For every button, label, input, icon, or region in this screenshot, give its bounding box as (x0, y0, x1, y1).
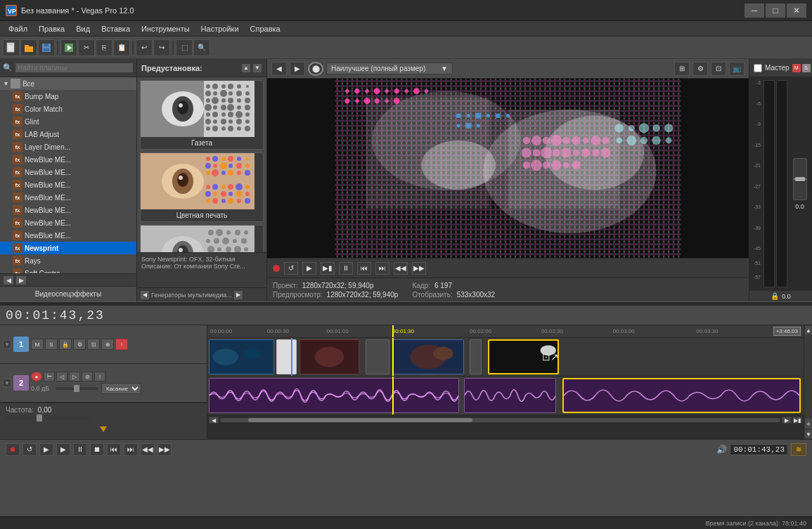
track2-type-select[interactable]: Касание (101, 383, 141, 394)
video-clip-1[interactable] (209, 339, 274, 374)
menu-insert[interactable]: Вставка (96, 23, 136, 34)
frame-fwd[interactable]: ⏭ (375, 262, 389, 275)
scroll-right-btn[interactable]: ▶ (782, 417, 792, 424)
transport-stop[interactable]: ⏹ (90, 443, 104, 456)
track2-vol-l[interactable]: ◁ (56, 372, 67, 381)
rewind-btn[interactable]: ◀◀ (394, 262, 408, 275)
tree-item-2[interactable]: fx Glint (0, 115, 136, 128)
menu-view[interactable]: Вид (70, 23, 96, 34)
audio-clip-3[interactable] (562, 378, 801, 413)
play-btn[interactable]: ▶ (302, 262, 316, 275)
maximize-button[interactable]: □ (766, 4, 785, 18)
video-clip-5[interactable] (392, 339, 464, 374)
frequency-slider[interactable] (6, 417, 90, 419)
preset-next[interactable]: ▶ (233, 290, 243, 300)
transport-next[interactable]: ⏭ (124, 443, 138, 456)
open-btn[interactable] (20, 39, 37, 56)
preset-item-2[interactable]: Офсетная печать (140, 225, 264, 252)
menu-settings[interactable]: Настройки (195, 23, 245, 34)
transport-rwd[interactable]: ◀◀ (141, 443, 155, 456)
minimize-button[interactable]: ─ (745, 4, 764, 18)
scroll-end-btn[interactable]: ▶▮ (792, 417, 802, 424)
tree-item-9[interactable]: fx NewBlue ME... (0, 204, 136, 216)
preview-split[interactable]: ⊡ (711, 62, 726, 76)
cut-btn[interactable]: ✂ (78, 39, 95, 56)
preview-toggle[interactable]: ⬤ (308, 62, 323, 76)
track2-mono[interactable]: ⊢ (44, 372, 55, 381)
preview-grid-btn[interactable]: ⊞ (674, 62, 690, 76)
preset-scroll-up[interactable]: ▲ (241, 63, 251, 73)
video-clip-2[interactable] (276, 339, 297, 374)
track1-settings[interactable]: ⚙ (73, 339, 86, 350)
transport-prev[interactable]: ⏮ (107, 443, 121, 456)
audio-clip-2[interactable] (464, 378, 556, 413)
transport-pause[interactable]: ⏸ (73, 443, 87, 456)
preview-forward[interactable]: ▶ (290, 62, 305, 76)
timeline-add-track[interactable]: + (804, 418, 812, 429)
loop-btn[interactable]: ↺ (284, 262, 298, 275)
tree-item-7[interactable]: fx NewBlue ME... (0, 178, 136, 191)
quality-selector[interactable]: Наилучшее (полный размер) ▼ (326, 63, 453, 74)
track2-vol-slider[interactable] (56, 387, 98, 390)
paste-btn[interactable]: 📋 (113, 39, 130, 56)
video-clip-4[interactable] (366, 339, 389, 374)
master-enable[interactable] (754, 64, 762, 72)
video-clip-3[interactable] (299, 339, 359, 374)
scroll-down-btn[interactable]: ▼ (804, 429, 812, 439)
preview-back[interactable]: ◀ (271, 62, 287, 76)
track1-extra1[interactable]: ⊡ (87, 339, 100, 350)
effects-tab-label[interactable]: Видеоспецэффекты (0, 286, 136, 301)
scroll-left-btn[interactable]: ◀ (209, 417, 219, 424)
menu-edit[interactable]: Правка (33, 23, 70, 34)
preview-settings[interactable]: ⚙ (692, 62, 708, 76)
audio-clip-1[interactable] (209, 378, 459, 413)
track2-settings[interactable]: ! (94, 372, 105, 381)
tree-item-8[interactable]: fx NewBlue ME... (0, 191, 136, 204)
pause-btn[interactable]: ▶▮ (321, 262, 335, 275)
timeline-right-scroll[interactable]: ▲ + ▼ (804, 325, 812, 439)
new-btn[interactable] (3, 39, 20, 56)
transport-loop[interactable]: ↺ (22, 443, 37, 456)
preset-scroll-down[interactable]: ▼ (252, 63, 262, 73)
track1-lock[interactable]: 🔒 (59, 339, 72, 350)
tree-scroll-right[interactable]: ▶ (15, 275, 27, 285)
tree-item-6[interactable]: fx NewBlue ME... (0, 166, 136, 178)
transport-fwd[interactable]: ▶▶ (157, 443, 172, 456)
frame-back[interactable]: ⏮ (357, 262, 371, 275)
select-btn[interactable]: ⬚ (176, 39, 193, 56)
tree-item-11[interactable]: fx NewBlue ME... (0, 229, 136, 242)
track2-expand[interactable]: ▼ (3, 379, 11, 387)
copy-btn[interactable]: ⎘ (96, 39, 112, 56)
stop-btn[interactable]: ⏸ (339, 262, 353, 275)
scroll-up-btn[interactable]: ▲ (804, 325, 812, 335)
render-btn[interactable] (60, 39, 77, 56)
tree-item-1[interactable]: fx Color Match (0, 103, 136, 115)
menu-tools[interactable]: Инструменты (136, 23, 195, 34)
menu-help[interactable]: Справка (245, 23, 286, 34)
tree-root[interactable]: ▼ Все (0, 77, 136, 90)
fastfwd-btn[interactable]: ▶▶ (412, 262, 426, 275)
transport-play[interactable]: ▶ (39, 443, 53, 456)
tree-item-4[interactable]: fx Layer Dimen... (0, 141, 136, 153)
close-button[interactable]: ✕ (787, 4, 806, 18)
track1-extra3[interactable]: ! (115, 339, 128, 350)
preset-item-1[interactable]: Цветная печать (140, 152, 264, 222)
menu-file[interactable]: Файл (3, 23, 33, 34)
track1-mute[interactable]: M (31, 339, 44, 350)
undo-btn[interactable]: ↩ (136, 39, 153, 56)
transport-record[interactable]: ⏺ (6, 443, 20, 456)
tree-item-5[interactable]: fx NewBlue ME... (0, 153, 136, 166)
track1-extra2[interactable]: ⊕ (101, 339, 114, 350)
tree-item-14[interactable]: fx Soft Contra... (0, 267, 136, 273)
tree-item-3[interactable]: fx LAB Adjust (0, 128, 136, 141)
preview-output[interactable]: 📺 (729, 62, 745, 76)
preset-item-0[interactable]: Газета (140, 80, 264, 150)
zoom-btn[interactable]: 🔍 (193, 39, 210, 56)
master-fader[interactable]: 0.0 (789, 80, 811, 287)
track1-expand[interactable]: ▼ (3, 340, 11, 348)
tree-item-12[interactable]: fx Newsprint (0, 242, 136, 254)
search-input[interactable] (15, 63, 134, 73)
save-btn[interactable] (38, 39, 55, 56)
redo-btn[interactable]: ↪ (153, 39, 170, 56)
track1-solo[interactable]: S (45, 339, 58, 350)
